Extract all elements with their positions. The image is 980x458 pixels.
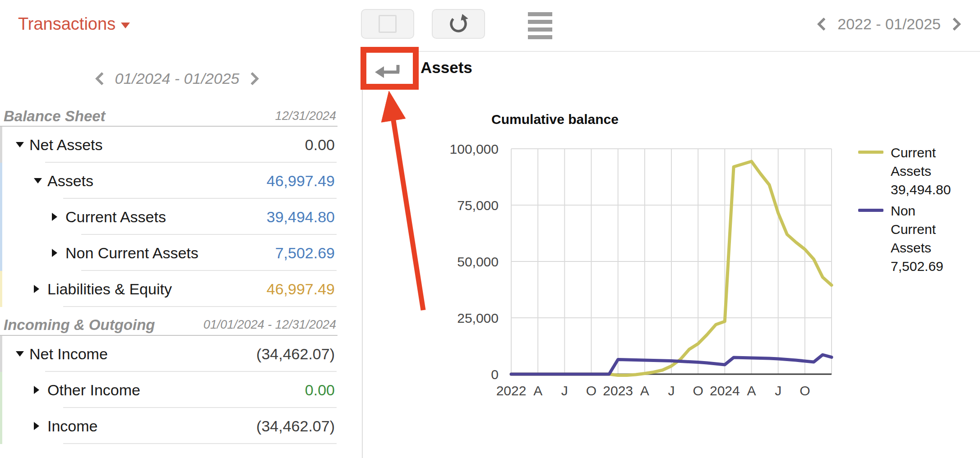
account-row-net-assets[interactable]: Net Assets0.00 [0, 127, 337, 163]
account-value: (34,462.07) [256, 336, 335, 372]
account-row-income[interactable]: Income(34,462.07) [0, 408, 337, 444]
chart-legend: Current Assets 39,494.80Non Current Asse… [858, 143, 977, 278]
stop-square-icon [379, 15, 397, 33]
svg-text:A: A [640, 383, 649, 398]
account-value: (34,462.07) [256, 408, 335, 444]
section-title: Balance Sheet [4, 108, 106, 125]
section-title: Incoming & Outgoing [4, 316, 155, 334]
balance-sidebar: 01/2024 - 01/2025 Balance Sheet12/31/202… [0, 51, 362, 458]
caret-down-icon[interactable] [16, 351, 24, 357]
legend-line-swatch [858, 209, 883, 212]
chevron-right-icon[interactable] [245, 72, 259, 86]
svg-text:75,000: 75,000 [457, 198, 499, 213]
section-date: 01/01/2024 - 12/31/2024 [203, 318, 336, 332]
account-value: 0.00 [305, 127, 335, 163]
row-color-strip [0, 199, 2, 235]
section-header-incoming-outgoing: Incoming & Outgoing01/01/2024 - 12/31/20… [0, 315, 337, 334]
cumulative-balance-chart: 025,00050,00075,000100,0002022AJO2023AJO… [433, 108, 848, 406]
row-color-strip [0, 127, 2, 163]
caret-right-icon[interactable] [52, 213, 57, 221]
row-color-strip [0, 408, 2, 444]
section-body: Net Assets0.00Assets46,997.49Current Ass… [0, 126, 337, 307]
account-value: 46,997.49 [267, 271, 335, 307]
transactions-menu-label: Transactions [18, 14, 116, 34]
legend-label: Current Assets 39,494.80 [891, 143, 961, 199]
caret-down-icon [121, 23, 130, 28]
account-value: 0.00 [305, 372, 335, 408]
menu-icon [528, 12, 552, 16]
top-header-bar: Transactions 2022 - 01/2025 [0, 0, 980, 52]
svg-text:2022: 2022 [496, 383, 527, 398]
section-body: Net Income(34,462.07)Other Income0.00Inc… [0, 335, 337, 444]
global-period-label: 2022 - 01/2025 [837, 15, 941, 33]
caret-right-icon[interactable] [34, 386, 39, 394]
account-label: Net Income [29, 336, 108, 372]
svg-text:J: J [561, 383, 568, 398]
section-date: 12/31/2024 [275, 109, 336, 123]
account-label: Non Current Assets [65, 235, 199, 271]
svg-text:25,000: 25,000 [457, 311, 499, 325]
chevron-left-icon[interactable] [95, 72, 109, 86]
app-window: Transactions 2022 - 01/2025 01/2024 - 01… [0, 0, 980, 458]
legend-item: Non Current Assets 7,502.69 [858, 202, 977, 275]
account-row-liabilities-equity[interactable]: Liabilities & Equity46,997.49 [0, 271, 337, 307]
account-row-current-assets[interactable]: Current Assets39,494.80 [0, 199, 337, 235]
row-divider [63, 443, 337, 444]
row-color-strip [0, 271, 2, 307]
row-color-strip [0, 372, 2, 408]
row-color-strip [0, 336, 2, 372]
svg-text:0: 0 [491, 367, 499, 382]
account-label: Other Income [47, 372, 140, 408]
svg-text:100,000: 100,000 [450, 142, 499, 156]
legend-label: Non Current Assets 7,502.69 [891, 202, 961, 275]
row-divider [63, 306, 337, 307]
caret-right-icon[interactable] [34, 422, 39, 430]
account-label: Current Assets [65, 199, 166, 235]
account-value: 39,494.80 [267, 199, 335, 235]
svg-text:2024: 2024 [710, 383, 740, 398]
account-value: 7,502.69 [275, 235, 335, 271]
chevron-right-icon[interactable] [948, 18, 962, 31]
annotation-box [361, 47, 419, 90]
stop-button[interactable] [361, 9, 414, 39]
row-color-strip [0, 163, 2, 199]
sidebar-period-nav: 01/2024 - 01/2025 [0, 70, 354, 87]
transactions-menu[interactable]: Transactions [18, 14, 130, 34]
menu-button[interactable] [528, 12, 552, 39]
account-row-net-income[interactable]: Net Income(34,462.07) [0, 336, 337, 372]
caret-down-icon[interactable] [16, 142, 24, 147]
legend-line-swatch [858, 151, 883, 154]
account-label: Assets [47, 163, 93, 199]
svg-text:O: O [800, 383, 810, 398]
caret-right-icon[interactable] [34, 285, 39, 293]
account-value: 46,997.49 [267, 163, 335, 199]
svg-text:J: J [668, 383, 675, 398]
svg-text:50,000: 50,000 [457, 254, 499, 269]
svg-text:A: A [747, 383, 756, 398]
svg-text:J: J [775, 383, 781, 398]
section-header-balance-sheet: Balance Sheet12/31/2024 [0, 106, 337, 126]
account-label: Liabilities & Equity [47, 271, 172, 307]
global-period-nav: 2022 - 01/2025 [819, 15, 959, 33]
account-label: Net Assets [29, 127, 103, 163]
chevron-left-icon[interactable] [817, 18, 831, 31]
legend-item: Current Assets 39,494.80 [858, 143, 977, 199]
caret-right-icon[interactable] [52, 249, 57, 257]
page-title: Assets [421, 59, 472, 77]
refresh-button[interactable] [432, 9, 485, 39]
account-row-other-income[interactable]: Other Income0.00 [0, 372, 337, 408]
sidebar-period-label: 01/2024 - 01/2025 [115, 70, 239, 87]
account-row-non-current-assets[interactable]: Non Current Assets7,502.69 [0, 235, 337, 271]
svg-text:A: A [533, 383, 542, 398]
svg-text:O: O [586, 383, 596, 398]
caret-down-icon[interactable] [34, 178, 42, 183]
refresh-icon [448, 14, 469, 34]
account-label: Income [47, 408, 98, 444]
annotation-arrow [356, 87, 456, 316]
svg-text:O: O [693, 383, 703, 398]
account-row-assets[interactable]: Assets46,997.49 [0, 163, 337, 199]
row-color-strip [0, 235, 2, 271]
svg-text:2023: 2023 [603, 383, 633, 398]
